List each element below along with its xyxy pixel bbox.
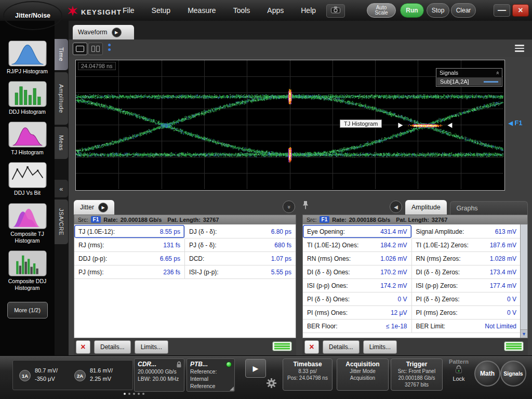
app-mode-logo[interactable]: Jitter/Noise: [3, 1, 62, 30]
amplitude-details-button[interactable]: Details...: [323, 340, 360, 354]
measurement-eye-opening[interactable]: Eye Opening:431.4 mV: [303, 225, 412, 238]
jitter-play-button[interactable]: ▶: [98, 203, 108, 212]
jitter-details-button[interactable]: Details...: [94, 340, 131, 354]
measurement-di-ones[interactable]: DI (δ - δ) Ones:170.2 mV: [303, 265, 412, 279]
waveform-play-button[interactable]: ▶: [112, 28, 122, 37]
tab-jitter[interactable]: Jitter ▶: [74, 200, 114, 215]
menu-measure[interactable]: Measure: [188, 6, 216, 15]
tab-graphs[interactable]: Graphs: [450, 201, 528, 215]
measurement-ber-limit[interactable]: BER Limit:Not Limited: [412, 320, 521, 333]
measurement-di-zeros[interactable]: DI (δ - δ) Zeros:173.4 mV: [412, 265, 521, 279]
tab-time[interactable]: Time: [55, 39, 68, 70]
close-button[interactable]: ×: [512, 4, 529, 17]
measurement-rn-rms-zeros[interactable]: RN (rms) Zeros:1.028 mV: [412, 252, 521, 265]
page-indicator-dots[interactable]: [124, 393, 144, 395]
auto-scale-button[interactable]: Auto Scale: [367, 3, 396, 18]
screenshot-button[interactable]: [326, 4, 345, 18]
measurement-row: PJ (rms):236 fsISI-J (p-p):5.55 ps: [74, 265, 296, 279]
settings-button[interactable]: [265, 378, 277, 390]
sidebar-item-label: TJ Histogram: [0, 148, 55, 156]
measurement-pj[interactable]: PJ (δ - δ):680 fs: [185, 238, 296, 252]
signals-button[interactable]: Signals: [500, 361, 526, 387]
measurement-tj-1-0e-12[interactable]: TJ (1.0E-12):8.55 ps: [74, 225, 185, 238]
acquisition-block[interactable]: Acquisition Jitter Mode Acquisition: [337, 358, 389, 391]
jitter-limits-button[interactable]: Limits...: [135, 340, 168, 354]
measurement-isi-p-p-ones[interactable]: ISI (p-p) Ones:174.2 mV: [303, 279, 412, 292]
src-label: Src:: [307, 217, 317, 223]
tab-jsa-cre[interactable]: JSA/CRE: [55, 200, 68, 244]
measurement-ber-floor[interactable]: BER Floor:≤ 1e-18: [303, 320, 412, 333]
measurement-rj-rms[interactable]: RJ (rms):131 fs: [74, 238, 185, 252]
measurement-value: ≤ 1e-18: [386, 323, 407, 330]
signals-legend-header[interactable]: Signals »: [436, 69, 502, 77]
tab-waveform[interactable]: Waveform ▶: [73, 25, 134, 39]
menu-help[interactable]: Help: [301, 6, 316, 15]
channel-2a-badge[interactable]: 2A: [74, 370, 86, 381]
measurement-ddj-p-p[interactable]: DDJ (p-p):6.65 ps: [74, 252, 185, 265]
amplitude-scrollbar[interactable]: ▼: [520, 224, 527, 338]
tab-amplitude-vertical[interactable]: Amplitude: [55, 72, 68, 125]
measurement-pj-rms[interactable]: PJ (rms):236 fs: [74, 265, 185, 279]
minimize-button[interactable]: —: [494, 4, 510, 17]
measurement-ti-1-0e-12-ones[interactable]: TI (1.0E-12) Ones:184.2 mV: [303, 238, 412, 252]
more-button[interactable]: More (1/2): [7, 302, 48, 318]
math-button[interactable]: Math: [474, 361, 500, 387]
measurement-pi-rms-zeros[interactable]: PI (rms) Zeros:0 V: [412, 306, 521, 320]
cdr-block[interactable]: CDR... 20.000000 Gb/s LBW: 20.00 MHz: [134, 358, 184, 392]
measurement-dcd[interactable]: DCD:1.07 ps: [185, 252, 296, 265]
ptb-block[interactable]: PTB... Reference: Internal Reference: [187, 358, 235, 392]
src-badge[interactable]: F1: [320, 216, 330, 223]
measurement-isi-p-p-zeros[interactable]: ISI (p-p) Zeros:177.4 mV: [412, 279, 521, 292]
tab-amplitude[interactable]: Amplitude: [405, 200, 447, 215]
trigger-block[interactable]: Trigger Src: Front Panel 20.000188 Gb/s …: [391, 358, 443, 391]
measurement-pi-zeros[interactable]: PI (δ - δ) Zeros:0 V: [412, 292, 521, 306]
single-display-button[interactable]: [73, 43, 87, 55]
jitter-delete-button[interactable]: ×: [76, 340, 90, 354]
measurement-row: Eye Opening:431.4 mVSignal Amplitude:613…: [303, 225, 521, 238]
src-badge[interactable]: F1: [91, 216, 101, 223]
menu-file[interactable]: File: [123, 6, 135, 15]
measurement-dj[interactable]: DJ (δ - δ):6.80 ps: [185, 225, 296, 238]
menu-tools[interactable]: Tools: [233, 6, 250, 15]
amplitude-limits-button[interactable]: Limits...: [363, 340, 397, 354]
sidebar-item-ddj-vs-bit[interactable]: DDJ Vs Bit: [0, 162, 55, 196]
sidebar-item-composite-tj-histogram[interactable]: Composite TJ Histogram: [0, 203, 55, 244]
collapse-sidebar-button[interactable]: «: [55, 180, 68, 197]
signals-legend-title: Signals: [440, 70, 458, 76]
tj-histogram-marker-label[interactable]: TJ Histogram: [340, 119, 382, 128]
timebase-block[interactable]: Timebase 8.33 ps/ Pos: 24.04798 ns: [283, 358, 332, 391]
display-menu-button[interactable]: [512, 42, 527, 55]
amplitude-delete-button[interactable]: ×: [304, 340, 319, 354]
collapse-panel-button[interactable]: »: [283, 201, 295, 213]
sidebar-item-ddj-histogram[interactable]: DDJ Histogram: [0, 81, 55, 115]
scroll-tabs-left-button[interactable]: ◀: [390, 201, 402, 213]
channel-panel[interactable]: 1A 80.7 mV/ -350 μV 2A 81.6 mV/ 2.25 mV: [12, 360, 133, 390]
acquisition-play-button[interactable]: ▶: [245, 359, 266, 378]
clear-button[interactable]: Clear: [451, 3, 476, 18]
measurement-isi-j-p-p[interactable]: ISI-J (p-p):5.55 ps: [185, 265, 296, 279]
measurement-pi-rms-ones[interactable]: PI (rms) Ones:12 μV: [303, 306, 412, 320]
measurement-ti-1-0e-12-zeros[interactable]: TI (1.0E-12) Zeros:187.6 mV: [412, 238, 521, 252]
measurement-pi-ones[interactable]: PI (δ - δ) Ones:0 V: [303, 292, 412, 306]
measurement-row: DDJ (p-p):6.65 psDCD:1.07 ps: [74, 252, 296, 265]
measurement-value: 0 V: [397, 296, 407, 303]
measurement-rn-rms-ones[interactable]: RN (rms) Ones:1.026 mV: [303, 252, 412, 265]
signals-legend-item[interactable]: Sub[1A,2A]: [437, 77, 501, 86]
run-button[interactable]: Run: [400, 3, 424, 18]
split-display-button[interactable]: [88, 43, 103, 55]
tab-meas[interactable]: Meas: [55, 127, 68, 159]
sidebar-item-composite-ddj-histogram[interactable]: Composite DDJ Histogram: [0, 250, 55, 291]
measurement-signal-amplitude[interactable]: Signal Amplitude:613 mV: [412, 225, 521, 238]
stop-button[interactable]: Stop: [427, 3, 449, 18]
scroll-down-button[interactable]: ▼: [521, 329, 527, 338]
sidebar-item-tj-histogram[interactable]: TJ Histogram: [0, 122, 55, 156]
channel-1a-badge[interactable]: 1A: [19, 370, 31, 381]
menu-apps[interactable]: Apps: [267, 6, 284, 15]
menu-setup[interactable]: Setup: [152, 6, 171, 15]
f1-function-marker[interactable]: ◀ F1: [508, 119, 522, 127]
options-dots-icon[interactable]: [108, 44, 111, 51]
pin-icon[interactable]: [302, 201, 309, 211]
pattern-lock-indicator[interactable]: Pattern Lock: [445, 358, 472, 393]
sidebar-item-rj-pj-histogram[interactable]: RJ/PJ Histogram: [0, 41, 55, 75]
eye-diagram-display[interactable]: 24.04798 ns Signals » Sub[1A,2A] TJ Hist…: [75, 60, 505, 191]
